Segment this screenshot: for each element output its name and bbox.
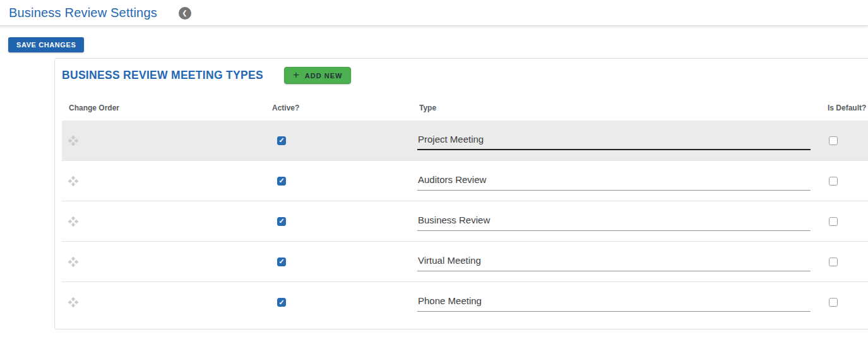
table-row <box>62 282 868 322</box>
is-default-checkbox[interactable] <box>829 177 838 186</box>
plus-icon: + <box>293 69 300 80</box>
table-row <box>62 242 868 282</box>
column-header-type: Type <box>419 103 436 112</box>
type-input[interactable] <box>417 294 811 312</box>
move-icon <box>68 135 79 146</box>
type-input[interactable] <box>417 213 811 231</box>
table-row <box>62 121 868 161</box>
drag-handle[interactable] <box>67 215 80 228</box>
drag-handle[interactable] <box>67 256 80 268</box>
save-changes-button[interactable]: SAVE CHANGES <box>8 37 84 52</box>
meeting-types-panel: BUSINESS REVIEW MEETING TYPES + ADD NEW … <box>54 58 868 329</box>
is-default-checkbox[interactable] <box>829 298 838 307</box>
column-header-is-default: Is Default? <box>828 103 866 112</box>
drag-handle[interactable] <box>67 296 80 309</box>
is-default-checkbox[interactable] <box>829 217 838 226</box>
drag-handle[interactable] <box>67 134 80 147</box>
table-header-row: Change Order Active? Type Is Default? <box>62 95 868 121</box>
active-checkbox[interactable] <box>277 217 286 226</box>
add-new-label: ADD NEW <box>305 72 343 80</box>
section-header: BUSINESS REVIEW MEETING TYPES + ADD NEW <box>62 67 351 84</box>
type-input[interactable] <box>417 254 811 271</box>
column-header-active: Active? <box>272 103 299 112</box>
active-checkbox[interactable] <box>277 177 286 186</box>
is-default-checkbox[interactable] <box>829 257 838 266</box>
active-checkbox[interactable] <box>277 136 286 145</box>
top-header-bar: Business Review Settings ❮ <box>0 0 868 26</box>
move-icon <box>68 216 79 227</box>
move-icon <box>68 256 79 268</box>
table-body <box>62 121 868 322</box>
table-row <box>62 201 868 242</box>
active-checkbox[interactable] <box>277 298 286 307</box>
meeting-types-table: Change Order Active? Type Is Default? <box>62 95 868 322</box>
table-row <box>62 161 868 201</box>
move-icon <box>68 175 79 187</box>
active-checkbox[interactable] <box>277 257 286 266</box>
section-title: BUSINESS REVIEW MEETING TYPES <box>62 69 263 82</box>
page-title: Business Review Settings <box>9 0 157 25</box>
type-input[interactable] <box>417 173 811 191</box>
drag-handle[interactable] <box>67 175 80 187</box>
back-button[interactable]: ❮ <box>179 7 191 20</box>
chevron-left-icon: ❮ <box>182 10 187 16</box>
column-header-change-order: Change Order <box>69 103 119 112</box>
is-default-checkbox[interactable] <box>829 136 838 145</box>
add-new-button[interactable]: + ADD NEW <box>284 67 352 84</box>
type-input[interactable] <box>417 133 811 150</box>
move-icon <box>68 297 79 308</box>
